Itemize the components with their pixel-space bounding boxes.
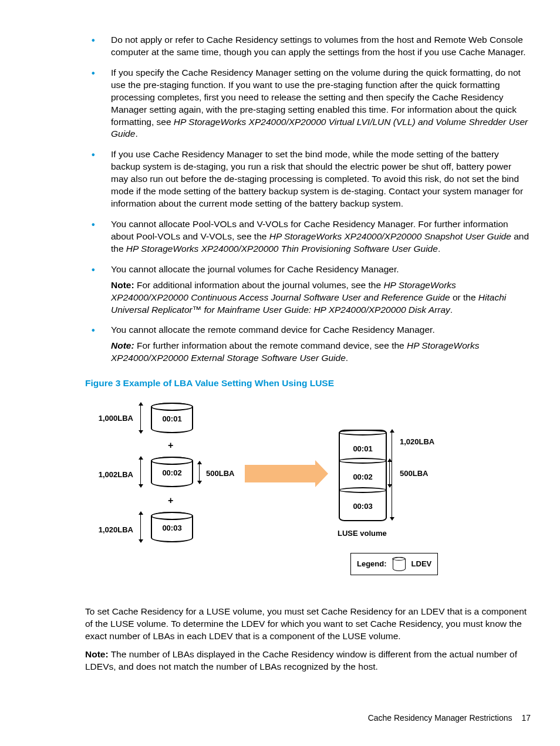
note-text: . xyxy=(450,305,453,315)
lba-label: 1,020LBA xyxy=(92,525,133,535)
ldev-cylinder-icon xyxy=(393,557,406,571)
note-text: The number of LBAs displayed in the Cach… xyxy=(85,649,517,671)
bullet-text: If you use Cache Residency Manager to se… xyxy=(111,149,523,208)
note-block: Note: For additional information about t… xyxy=(111,279,531,316)
dimension-arrow-icon xyxy=(140,514,141,540)
lba-label: 500LBA xyxy=(400,468,428,479)
legend-value: LDEV xyxy=(411,559,432,569)
ldev-id: 00:03 xyxy=(152,523,192,534)
ldev-id: 00:02 xyxy=(152,468,192,478)
doc-ref: HP StorageWorks XP24000/XP20000 Snapshot… xyxy=(269,231,511,241)
note-text: For further information about the remote… xyxy=(134,340,407,350)
ldev-id: 00:03 xyxy=(340,501,386,512)
bullet-item: You cannot allocate the journal volumes … xyxy=(85,264,531,316)
dimension-arrow-icon xyxy=(392,432,392,518)
plus-icon: + xyxy=(168,494,173,507)
legend-label: Legend: xyxy=(357,559,387,569)
lba-label: 1,020LBA xyxy=(400,437,434,447)
note-label: Note: xyxy=(111,340,134,350)
note-text: or the xyxy=(450,292,478,302)
ldev-id: 00:01 xyxy=(152,414,192,424)
body-paragraph: To set Cache Residency for a LUSE volume… xyxy=(85,606,531,643)
dimension-arrow-icon xyxy=(140,405,141,431)
plus-icon: + xyxy=(168,439,173,452)
note-label: Note: xyxy=(85,649,109,659)
ldev-cylinder-icon: 00:03 xyxy=(151,512,193,542)
note-text: For additional information about the jou… xyxy=(134,280,384,290)
note-text: . xyxy=(346,353,348,363)
note-block: Note: For further information about the … xyxy=(111,340,531,364)
luse-volume-icon: 00:01 00:02 00:03 xyxy=(339,430,387,521)
flow-arrow-icon xyxy=(245,465,315,482)
page-number: 17 xyxy=(521,713,531,723)
dimension-arrow-icon xyxy=(140,459,141,485)
bullet-item: You cannot allocate Pool-VOLs and V-VOLs… xyxy=(85,218,531,255)
body-paragraph: Note: The number of LBAs displayed in th… xyxy=(85,649,531,673)
bullet-text: . xyxy=(135,129,137,139)
doc-ref: HP StorageWorks XP24000/XP20000 Thin Pro… xyxy=(126,244,438,254)
lba-label: 1,000LBA xyxy=(92,413,133,424)
note-label: Note: xyxy=(111,280,134,290)
page-footer: Cache Residency Manager Restrictions 17 xyxy=(368,713,531,724)
bullet-text: . xyxy=(438,244,440,254)
footer-section: Cache Residency Manager Restrictions xyxy=(368,713,512,723)
bullet-text: You cannot allocate the remote command d… xyxy=(111,325,435,335)
doc-ref: HP StorageWorks XP24000/XP20000 Virtual … xyxy=(111,117,528,139)
ldev-cylinder-icon: 00:01 xyxy=(151,403,193,433)
bullet-item: If you specify the Cache Residency Manag… xyxy=(85,67,531,141)
lba-label: 1,002LBA xyxy=(92,470,133,480)
luse-caption: LUSE volume xyxy=(338,528,387,539)
bullet-text: You cannot allocate the journal volumes … xyxy=(111,264,399,274)
ldev-cylinder-icon: 00:02 xyxy=(151,457,193,487)
bullet-list: Do not apply or refer to Cache Residency… xyxy=(85,34,531,364)
dimension-arrow-icon xyxy=(389,461,390,485)
dimension-arrow-icon xyxy=(199,464,200,481)
bullet-item: Do not apply or refer to Cache Residency… xyxy=(85,34,531,59)
ldev-id: 00:01 xyxy=(340,444,386,454)
bullet-text: Do not apply or refer to Cache Residency… xyxy=(111,35,526,57)
figure-legend: Legend: LDEV xyxy=(350,553,438,575)
lba-label: 500LBA xyxy=(206,468,234,479)
bullet-item: If you use Cache Residency Manager to se… xyxy=(85,148,531,210)
ldev-id: 00:02 xyxy=(340,472,386,482)
bullet-item: You cannot allocate the remote command d… xyxy=(85,324,531,364)
figure-caption: Figure 3 Example of LBA Value Setting Wh… xyxy=(85,377,531,390)
figure-diagram: 1,000LBA 00:01 + 1,002LBA 00:02 500LBA +… xyxy=(98,400,462,594)
